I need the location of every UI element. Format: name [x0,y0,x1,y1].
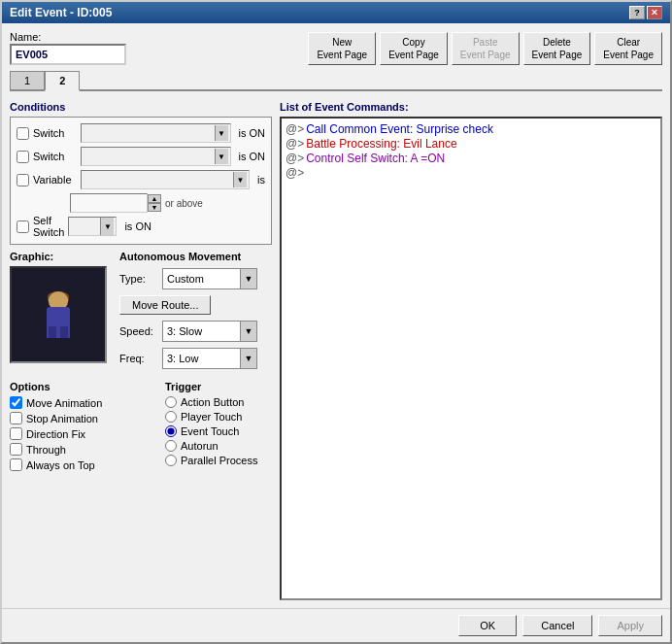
name-group: Name: [10,31,126,65]
apply-button[interactable]: Apply [598,615,662,636]
right-panel: List of Event Commands: @> Call Common E… [280,101,662,600]
conditions-box: Switch ▼ is ON Switch [10,117,272,245]
trigger-action-button: Action Button [165,396,272,408]
speed-dropdown-btn[interactable]: ▼ [240,321,257,342]
self-switch-row: Self Switch ▼ is ON [17,215,265,238]
speed-dropdown[interactable]: 3: Slow [162,321,240,342]
sprite-legs-left [49,326,56,338]
trigger-title: Trigger [165,381,272,392]
autonomous-section: Autonomous Movement Type: Custom ▼ [119,251,272,375]
freq-dropdown[interactable]: 3: Low [162,348,240,369]
always-on-top-label: Always on Top [26,459,95,471]
event-touch-label: Event Touch [181,425,239,437]
switch2-label: Switch [33,151,77,162]
trigger-event-touch: Event Touch [165,425,272,437]
direction-fix-label: Direction Fix [26,428,85,440]
freq-dropdown-btn[interactable]: ▼ [240,348,257,369]
switch2-dropdown[interactable]: ▼ [81,147,231,166]
trigger-parallel-process: Parallel Process [165,455,272,466]
variable-is: is [257,174,265,186]
player-touch-radio[interactable] [165,411,177,423]
switch2-checkbox[interactable] [17,151,29,163]
speed-value: 3: Slow [167,325,202,337]
variable-dropdown-arrow: ▼ [233,172,247,187]
tab-2[interactable]: 2 [45,71,80,91]
switch1-label: Switch [33,127,77,139]
graphic-area[interactable] [10,266,107,363]
num-input-row: ▲ ▼ or above [70,193,265,213]
clear-event-page-button[interactable]: Clear Event Page [594,32,662,65]
option-stop-animation: Stop Animation [10,412,153,424]
switch1-dropdown[interactable]: ▼ [81,123,231,143]
num-input[interactable] [70,193,148,213]
parallel-process-radio[interactable] [165,455,177,466]
left-panel: Conditions Switch ▼ is ON [10,101,272,600]
name-input[interactable] [10,44,126,65]
command-2: @> Battle Processing: Evil Lance [286,137,656,151]
tab-1[interactable]: 1 [10,71,45,89]
type-value: Custom [167,273,204,285]
ok-button[interactable]: OK [458,615,517,636]
variable-dropdown[interactable]: ▼ [81,170,250,189]
options-title: Options [10,381,153,392]
or-above-label: or above [165,198,203,209]
option-through: Through [10,443,153,456]
action-button-radio[interactable] [165,396,177,408]
trigger-player-touch: Player Touch [165,411,272,423]
options-section: Options Move Animation Stop Animation Di… [10,381,153,474]
spin-buttons: ▲ ▼ [148,194,161,212]
command-1: @> Call Common Event: Surprise check [286,122,656,136]
through-label: Through [26,444,66,456]
event-commands-panel[interactable]: @> Call Common Event: Surprise check @> … [280,117,662,600]
player-touch-label: Player Touch [181,411,242,423]
stop-animation-checkbox[interactable] [10,412,22,424]
new-event-page-button[interactable]: New Event Page [308,32,376,65]
paste-event-page-button[interactable]: Paste Event Page [452,32,520,65]
conditions-title: Conditions [10,101,272,113]
delete-event-page-button[interactable]: Delete Event Page [523,32,591,65]
option-always-on-top: Always on Top [10,458,153,471]
option-direction-fix: Direction Fix [10,427,153,440]
type-dropdown-btn[interactable]: ▼ [240,268,257,289]
move-animation-label: Move Animation [26,397,102,409]
condition-row-3: Variable ▼ is [17,170,265,189]
graphic-section: Graphic: [10,251,112,375]
option-move-animation: Move Animation [10,396,153,409]
direction-fix-checkbox[interactable] [10,427,22,440]
autorun-label: Autorun [181,440,218,452]
tabs-row: 1 2 [10,71,662,91]
conditions-section: Conditions Switch ▼ is ON [10,101,272,245]
list-commands-title: List of Event Commands: [280,101,662,113]
switch1-checkbox[interactable] [17,127,29,140]
self-switch-dropdown[interactable]: ▼ [68,217,117,236]
switch2-dropdown-arrow: ▼ [215,149,228,164]
self-switch-checkbox[interactable] [17,220,29,233]
trigger-section: Trigger Action Button Player Touch Event… [165,381,272,474]
move-animation-checkbox[interactable] [10,396,22,409]
move-route-button[interactable]: Move Route... [119,295,211,315]
freq-value: 3: Low [167,353,198,364]
graphic-title: Graphic: [10,251,112,262]
autorun-radio[interactable] [165,440,177,452]
variable-checkbox[interactable] [17,174,29,186]
spin-down[interactable]: ▼ [148,203,161,212]
options-trigger-row: Options Move Animation Stop Animation Di… [10,381,272,474]
type-dropdown[interactable]: Custom [162,268,240,289]
self-switch-label: Self Switch [33,215,64,238]
cancel-button[interactable]: Cancel [522,615,592,636]
cmd3-text: Control Self Switch: A =ON [306,152,445,165]
toolbar: New Event Page Copy Event Page Paste Eve… [308,32,662,65]
event-touch-radio[interactable] [165,425,177,437]
through-checkbox[interactable] [10,443,22,456]
spin-up[interactable]: ▲ [148,194,161,203]
window-title: Edit Event - ID:005 [10,6,112,19]
close-button[interactable]: ✕ [647,6,662,19]
parallel-process-label: Parallel Process [181,455,257,466]
always-on-top-checkbox[interactable] [10,458,22,471]
copy-event-page-button[interactable]: Copy Event Page [380,32,448,65]
switch2-ison: is ON [239,151,266,162]
freq-label: Freq: [119,353,156,364]
cmd1-text: Call Common Event: Surprise check [306,122,493,136]
help-button[interactable]: ? [629,6,645,19]
command-3: @> Control Self Switch: A =ON [286,152,656,165]
